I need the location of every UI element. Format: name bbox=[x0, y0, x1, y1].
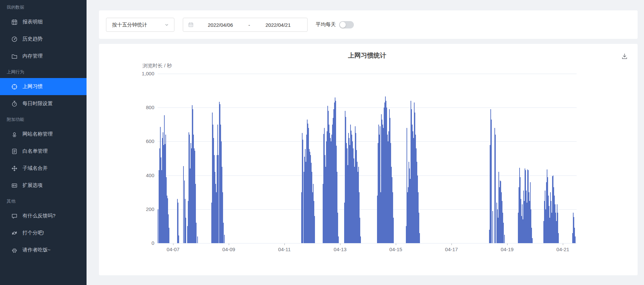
sidebar: 我的数据报表明细历史趋势内存管理上网行为上网习惯每日时限设置附加功能网站名称管理… bbox=[0, 0, 87, 285]
sidebar-item-report-calendar[interactable]: 报表明细 bbox=[0, 13, 87, 30]
x-axis-tick-label: 04-21 bbox=[548, 246, 578, 252]
sidebar-item-candy[interactable]: 打个分吧! bbox=[0, 224, 87, 241]
y-gridline bbox=[158, 243, 577, 243]
bar bbox=[223, 223, 224, 243]
x-axis-tick-label: 04-19 bbox=[492, 246, 522, 252]
x-axis-tick-label: 04-09 bbox=[214, 246, 244, 252]
bar bbox=[338, 236, 339, 243]
habit-target-icon bbox=[11, 83, 18, 90]
sidebar-section: 上网行为上网习惯每日时限设置 bbox=[0, 67, 87, 112]
trend-gauge-icon bbox=[11, 36, 18, 43]
bar bbox=[314, 216, 315, 243]
sidebar-item-label: 请作者吃饭~ bbox=[22, 247, 51, 253]
doc-list-icon bbox=[11, 148, 18, 155]
sidebar-item-label: 内存管理 bbox=[22, 53, 43, 59]
options-card-icon bbox=[11, 182, 18, 189]
bar bbox=[360, 236, 361, 243]
date-range-picker[interactable]: 2022/04/06 - 2022/04/21 bbox=[183, 18, 308, 32]
sidebar-item-label: 报表明细 bbox=[22, 19, 43, 25]
bar bbox=[491, 120, 492, 243]
sidebar-item-label: 打个分吧! bbox=[22, 230, 44, 236]
folder-icon bbox=[11, 53, 18, 60]
sidebar-item-folder[interactable]: 内存管理 bbox=[0, 48, 87, 65]
download-icon[interactable] bbox=[621, 53, 628, 60]
bar bbox=[575, 236, 576, 243]
interval-select[interactable]: 按十五分钟统计 bbox=[106, 18, 174, 32]
bar bbox=[558, 233, 559, 243]
average-toggle-switch[interactable] bbox=[339, 21, 354, 28]
bar bbox=[224, 235, 225, 243]
chart-card: 上网习惯统计 浏览时长 / 秒 1,000800600400200004-070… bbox=[99, 44, 638, 275]
y-axis-tick-label: 200 bbox=[134, 206, 154, 212]
average-toggle-label: 平均每天 bbox=[316, 21, 336, 28]
x-axis-tick-label: 04-11 bbox=[269, 246, 300, 252]
bar bbox=[419, 233, 420, 243]
sidebar-item-habit-target[interactable]: 上网习惯 bbox=[0, 78, 87, 95]
sidebar-item-label: 上网习惯 bbox=[22, 83, 43, 90]
x-axis-tick-mark bbox=[284, 243, 285, 245]
sidebar-section: 我的数据报表明细历史趋势内存管理 bbox=[0, 3, 87, 65]
x-axis-tick-mark bbox=[507, 243, 507, 245]
chevron-down-icon bbox=[164, 22, 169, 27]
x-axis-tick-mark bbox=[451, 243, 452, 245]
x-axis-tick-label: 04-17 bbox=[436, 246, 467, 252]
chart-title: 上网习惯统计 bbox=[158, 51, 577, 60]
y-axis-tick-label: 400 bbox=[134, 172, 154, 178]
sidebar-item-rice-bowl[interactable]: 请作者吃饭~ bbox=[0, 241, 87, 259]
sidebar-item-label: 有什么反馈吗? bbox=[22, 213, 55, 219]
x-axis-tick-mark bbox=[563, 243, 563, 245]
bar bbox=[504, 235, 505, 243]
chat-bubble-icon bbox=[11, 213, 18, 219]
bar bbox=[158, 209, 158, 243]
x-axis-tick-mark bbox=[340, 243, 340, 245]
toolbar-card: 按十五分钟统计 2022/04/06 - 2022/04/21 平均每天 bbox=[99, 10, 638, 39]
candy-icon bbox=[11, 230, 18, 236]
sidebar-item-label: 网站名称管理 bbox=[22, 131, 53, 137]
y-axis-tick-label: 1,000 bbox=[134, 71, 154, 76]
sidebar-item-label: 白名单管理 bbox=[22, 148, 48, 154]
y-axis-name: 浏览时长 / 秒 bbox=[143, 63, 172, 69]
y-axis-tick-label: 600 bbox=[134, 138, 154, 144]
bar bbox=[178, 235, 179, 243]
calendar-icon bbox=[188, 22, 194, 28]
sidebar-item-chat-bubble[interactable]: 有什么反馈吗? bbox=[0, 207, 87, 224]
bar bbox=[492, 211, 493, 243]
x-axis-tick-mark bbox=[173, 243, 173, 245]
plot-area: 1,000800600400200004-0704-0904-1104-1304… bbox=[158, 74, 577, 243]
x-axis-tick-mark bbox=[396, 243, 396, 245]
sidebar-item-label: 扩展选项 bbox=[22, 182, 43, 189]
sidebar-item-options-card[interactable]: 扩展选项 bbox=[0, 177, 87, 194]
stopwatch-icon bbox=[11, 100, 18, 107]
sidebar-item-label: 每日时限设置 bbox=[22, 100, 53, 107]
sidebar-item-trend-gauge[interactable]: 历史趋势 bbox=[0, 30, 87, 48]
toggle-knob bbox=[340, 22, 346, 28]
x-axis-tick-label: 04-15 bbox=[381, 246, 411, 252]
y-axis-tick-label: 800 bbox=[134, 104, 154, 110]
bar bbox=[185, 218, 186, 243]
sidebar-section: 附加功能网站名称管理白名单管理子域名合并扩展选项 bbox=[0, 115, 87, 194]
bar bbox=[183, 166, 184, 243]
sidebar-item-doc-list[interactable]: 白名单管理 bbox=[0, 143, 87, 160]
bar bbox=[503, 223, 504, 243]
x-axis-tick-label: 04-07 bbox=[158, 246, 188, 252]
rice-bowl-icon bbox=[11, 247, 18, 254]
bar bbox=[303, 140, 303, 243]
interval-select-value: 按十五分钟统计 bbox=[112, 22, 164, 28]
y-axis-tick-label: 0 bbox=[134, 240, 154, 246]
sidebar-item-label: 子域名合并 bbox=[22, 165, 48, 171]
sidebar-section-label: 我的数据 bbox=[0, 3, 87, 12]
y-gridline bbox=[158, 108, 577, 108]
bar bbox=[218, 155, 219, 243]
y-gridline bbox=[158, 74, 577, 74]
sidebar-item-stopwatch[interactable]: 每日时限设置 bbox=[0, 95, 87, 112]
end-date-value[interactable]: 2022/04/21 bbox=[254, 22, 303, 28]
x-axis-tick-label: 04-13 bbox=[325, 246, 355, 252]
merge-arrows-icon bbox=[11, 165, 18, 172]
sidebar-section-label: 上网行为 bbox=[0, 67, 87, 77]
bar bbox=[393, 218, 394, 243]
sidebar-section-label: 其他 bbox=[0, 197, 87, 206]
sidebar-item-merge-arrows[interactable]: 子域名合并 bbox=[0, 160, 87, 177]
bar bbox=[495, 135, 496, 243]
start-date-value[interactable]: 2022/04/06 bbox=[196, 22, 245, 28]
sidebar-item-site-stamp[interactable]: 网站名称管理 bbox=[0, 126, 87, 143]
